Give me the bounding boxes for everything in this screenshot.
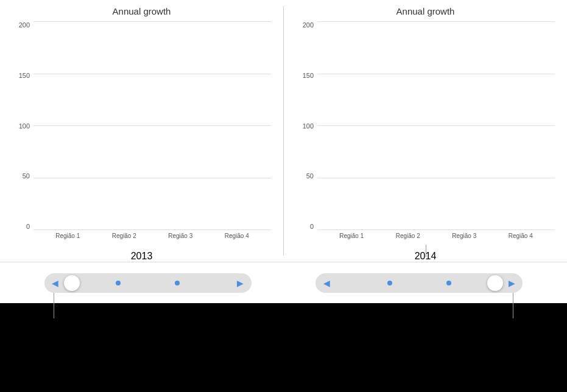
x-axis-label: Região 3 — [452, 233, 476, 239]
callout-line-right-slider — [513, 293, 513, 318]
chart-left-y-axis: 200150100500 — [12, 21, 33, 248]
chart-right-inner: 200150100500 Região 1Região 2Região 3Reg… — [296, 21, 555, 248]
chart-left-year: 2013 — [12, 251, 271, 262]
chart-right-title: Annual growth — [396, 6, 455, 16]
chart-right-bars — [317, 21, 555, 230]
chart-left-title: Annual growth — [113, 6, 171, 16]
y-axis-label: 0 — [26, 223, 30, 230]
bottom-black — [0, 303, 567, 392]
chart-right: Annual growth 200150100500 Região 1Regiã… — [284, 0, 567, 262]
chart-right-y-axis: 200150100500 — [296, 21, 317, 248]
slider-section: ◀ ▶ ◀ ▶ — [0, 262, 567, 303]
chart-left: Annual growth 200150100500 Região 1Regiã… — [0, 0, 283, 262]
x-axis-label: Região 4 — [225, 233, 249, 239]
slider-right-arrow-left[interactable]: ◀ — [320, 277, 333, 289]
y-axis-label: 150 — [19, 72, 30, 79]
x-axis-label: Região 1 — [339, 233, 364, 239]
callout-line-left — [54, 293, 54, 318]
slider-right-thumb[interactable] — [487, 275, 503, 291]
callout-line-right — [426, 245, 426, 257]
slider-left-dot1 — [116, 281, 121, 285]
chart-left-inner: 200150100500 Região 1Região 2Região 3Reg… — [12, 21, 271, 248]
chart-left-x-labels: Região 1Região 2Região 3Região 4 — [33, 230, 271, 248]
y-axis-label: 100 — [19, 122, 30, 130]
y-axis-label: 0 — [310, 223, 314, 230]
y-axis-label: 150 — [303, 72, 314, 79]
app-container: Annual growth 200150100500 Região 1Regiã… — [0, 0, 567, 392]
slider-left-wrapper: ◀ ▶ — [12, 273, 284, 293]
y-axis-label: 50 — [23, 172, 30, 180]
slider-right-dot1 — [387, 281, 392, 285]
x-axis-label: Região 3 — [168, 233, 192, 239]
x-axis-label: Região 1 — [55, 233, 80, 239]
slider-right-arrow-right[interactable]: ▶ — [505, 277, 518, 289]
chart-right-plot: Região 1Região 2Região 3Região 4 — [317, 21, 555, 248]
slider-left-dot2 — [175, 281, 180, 285]
slider-right-track: ◀ ▶ — [315, 273, 523, 293]
slider-right-dot2 — [446, 281, 451, 285]
slider-left-arrow-right[interactable]: ▶ — [234, 277, 247, 289]
slider-right-wrapper: ◀ ▶ — [284, 273, 555, 293]
y-axis-label: 200 — [303, 21, 314, 29]
slider-left-thumb[interactable] — [64, 275, 80, 291]
y-axis-label: 50 — [306, 172, 314, 180]
y-axis-label: 100 — [303, 122, 314, 130]
x-axis-label: Região 4 — [509, 233, 533, 239]
chart-left-bars — [33, 21, 271, 230]
y-axis-label: 200 — [19, 21, 30, 29]
chart-right-x-labels: Região 1Região 2Região 3Região 4 — [317, 230, 555, 248]
x-axis-label: Região 2 — [112, 233, 136, 239]
chart-left-plot: Região 1Região 2Região 3Região 4 — [33, 21, 271, 248]
x-axis-label: Região 2 — [396, 233, 420, 239]
chart-right-year: 2014 — [296, 251, 555, 262]
slider-left-arrow-left[interactable]: ◀ — [49, 277, 62, 289]
charts-area: Annual growth 200150100500 Região 1Regiã… — [0, 0, 567, 262]
slider-left-track: ◀ ▶ — [44, 273, 252, 293]
